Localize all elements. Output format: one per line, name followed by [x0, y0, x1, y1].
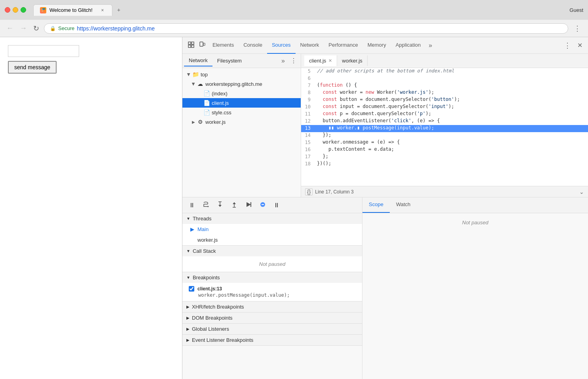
threads-section: ▼ Threads ▶ Main worker.js [182, 213, 362, 246]
line-number-9: 9 [301, 97, 315, 104]
step-over-button[interactable] [200, 200, 212, 211]
tree-item-stylecss[interactable]: ▶ 📄 style.css [182, 108, 301, 117]
code-tab-clientjs[interactable]: client.js ✕ [304, 55, 337, 66]
folder-icon: 📁 [192, 71, 199, 78]
close-window-button[interactable] [5, 7, 10, 13]
tree-item-clientjs[interactable]: ▶ 📄 client.js [182, 98, 301, 108]
tab-title: Welcome to Glitch! [49, 7, 93, 13]
format-icon[interactable]: {} [305, 188, 313, 195]
code-line-17: 17 }; [301, 153, 588, 161]
tree-item-top[interactable]: ▶ 📁 top [182, 70, 301, 79]
xhr-label: XHR/fetch Breakpoints [192, 304, 244, 310]
callstack-not-paused: Not paused [182, 256, 362, 272]
file-tree-panel: Network Filesystem » ⋮ ▶ 📁 top [182, 54, 301, 197]
step-into-button[interactable] [214, 200, 226, 211]
global-section-header[interactable]: ▶ Global Listeners [182, 324, 362, 334]
code-text-14: }); [315, 132, 588, 139]
tab-elements[interactable]: Elements [208, 37, 239, 54]
back-button[interactable]: ← [5, 23, 15, 34]
dom-label: DOM Breakpoints [192, 315, 233, 321]
pause-button[interactable]: ⏸ [186, 201, 197, 210]
thread-main[interactable]: ▶ Main [182, 224, 362, 235]
refresh-button[interactable]: ↻ [32, 23, 41, 34]
line-number-16: 16 [301, 146, 315, 153]
devtools-select-icon[interactable] [186, 40, 197, 51]
callstack-section-header[interactable]: ▼ Call Stack [182, 246, 362, 256]
tab-application[interactable]: Application [391, 37, 426, 54]
tree-label-index: (index) [212, 91, 228, 97]
cursor-position: Line 17, Column 3 [315, 189, 353, 195]
line-number-6: 6 [301, 75, 315, 82]
browser-menu-button[interactable]: ⋮ [571, 23, 583, 34]
line-number-7: 7 [301, 82, 315, 89]
minimize-window-button[interactable] [13, 7, 18, 13]
devtools-panel: Elements Console Sources Network Perform… [182, 37, 588, 379]
breakpoints-section-header[interactable]: ▼ Breakpoints [182, 272, 362, 283]
tab-console[interactable]: Console [239, 37, 267, 54]
address-bar[interactable]: 🔒 Secure https://workerstepping.glitch.m… [44, 23, 568, 34]
svg-rect-4 [200, 42, 203, 46]
breakpoints-body: client.js:13 worker.postMessage(input.va… [182, 283, 362, 301]
svg-marker-8 [233, 202, 236, 204]
breakpoints-arrow: ▼ [186, 275, 190, 280]
tab-performance[interactable]: Performance [324, 37, 362, 54]
code-tab-clientjs-close[interactable]: ✕ [328, 58, 332, 63]
scope-tab-watch[interactable]: Watch [390, 197, 417, 213]
browser-tab[interactable]: 🎏 Welcome to Glitch! × [33, 4, 112, 16]
expand-icon[interactable]: ⌄ [579, 189, 584, 195]
pause-on-exceptions-button[interactable]: ⏸ [271, 201, 282, 210]
dom-section-header[interactable]: ▶ DOM Breakpoints [182, 313, 362, 323]
threads-arrow: ▼ [186, 216, 190, 221]
event-section-header[interactable]: ▶ Event Listener Breakpoints [182, 335, 362, 345]
step-button[interactable] [243, 200, 254, 211]
dom-arrow: ▶ [186, 316, 190, 320]
tree-item-index[interactable]: ▶ 📄 (index) [182, 89, 301, 98]
file-tree-tab-network[interactable]: Network [184, 55, 212, 66]
devtools-tabs-more[interactable]: » [425, 40, 435, 51]
tab-network[interactable]: Network [296, 37, 324, 54]
scope-tab-scope[interactable]: Scope [362, 197, 390, 213]
file-tree-menu-button[interactable]: ⋮ [288, 55, 299, 66]
xhr-section-header[interactable]: ▶ XHR/fetch Breakpoints [182, 301, 362, 312]
message-input[interactable] [8, 45, 79, 57]
thread-main-label: Main [197, 226, 209, 232]
svg-marker-7 [218, 205, 222, 207]
devtools-close-button[interactable]: ✕ [575, 40, 585, 51]
tree-item-workerjs[interactable]: ▶ ⚙ worker.js [182, 117, 301, 127]
file-tree-tabs-more[interactable]: » [278, 56, 288, 66]
code-tab-workerjs-label: worker.js [342, 58, 362, 64]
line-number-18: 18 [301, 161, 315, 168]
tab-memory[interactable]: Memory [363, 37, 391, 54]
status-right: ⌄ [579, 189, 584, 195]
code-line-9: 9 const button = document.querySelector(… [301, 97, 588, 104]
tree-arrow-workerjs: ▶ [190, 120, 197, 124]
code-line-13[interactable]: 13 ▮▮ worker.▮ postMessage(input.value); [301, 125, 588, 132]
thread-worker-label: worker.js [190, 237, 218, 243]
file-icon-index: 📄 [203, 90, 210, 97]
devtools-device-icon[interactable] [197, 40, 208, 51]
line-number-5: 5 [301, 68, 315, 75]
send-message-button[interactable]: send message [8, 61, 57, 74]
tab-sources[interactable]: Sources [267, 37, 296, 54]
code-line-6: 6 [301, 75, 588, 82]
tab-close-button[interactable]: × [99, 7, 106, 13]
maximize-window-button[interactable] [21, 7, 26, 13]
deactivate-breakpoints-button[interactable] [257, 200, 269, 211]
new-tab-button[interactable]: + [112, 4, 125, 15]
devtools-tabs: Elements Console Sources Network Perform… [208, 37, 561, 54]
debug-toolbar: ⏸ ⏸ [182, 197, 362, 213]
scope-panel: Scope Watch Not paused [362, 197, 588, 379]
event-arrow: ▶ [186, 338, 190, 342]
threads-section-header[interactable]: ▼ Threads [182, 213, 362, 224]
breakpoint-checkbox[interactable] [189, 286, 194, 292]
code-line-14: 14 }); [301, 132, 588, 139]
devtools-content: Network Filesystem » ⋮ ▶ 📁 top [182, 54, 588, 197]
forward-button[interactable]: → [18, 23, 28, 34]
file-tree-tab-filesystem[interactable]: Filesystem [212, 55, 247, 66]
devtools-kebab-menu[interactable]: ⋮ [561, 40, 573, 51]
line-number-17: 17 [301, 153, 315, 161]
step-out-button[interactable] [228, 200, 240, 211]
tree-item-domain[interactable]: ▶ ☁ workerstepping.glitch.me [182, 79, 301, 89]
thread-worker[interactable]: worker.js [182, 235, 362, 245]
code-tab-workerjs[interactable]: worker.js [337, 55, 367, 66]
